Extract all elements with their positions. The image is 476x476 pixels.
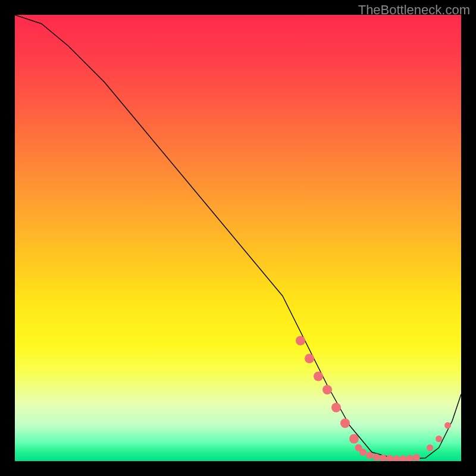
bottleneck-curve bbox=[15, 15, 461, 459]
attribution-text: TheBottleneck.com bbox=[358, 2, 470, 18]
marker-bottom-10 bbox=[413, 454, 420, 461]
marker-bottom-7 bbox=[393, 455, 400, 461]
marker-bottom-9 bbox=[406, 455, 414, 462]
marker-right-ascent-3 bbox=[444, 422, 451, 429]
chart-plot-area bbox=[15, 15, 461, 461]
curve-markers bbox=[296, 336, 451, 462]
marker-right-ascent-2 bbox=[436, 436, 442, 442]
marker-thick-left-5 bbox=[331, 403, 341, 412]
marker-bottom-4 bbox=[373, 453, 380, 461]
marker-bottom-8 bbox=[400, 455, 407, 461]
marker-thick-left-start bbox=[296, 336, 305, 346]
marker-thick-left-2 bbox=[305, 354, 314, 364]
marker-right-ascent-1 bbox=[427, 444, 433, 451]
marker-thick-left-6 bbox=[340, 418, 350, 428]
marker-bottom-3 bbox=[366, 452, 373, 459]
marker-bottom-2 bbox=[359, 449, 367, 456]
marker-thick-left-4 bbox=[322, 385, 332, 394]
marker-thick-left-7 bbox=[349, 434, 359, 444]
marker-thick-left-3 bbox=[314, 372, 323, 381]
chart-svg bbox=[15, 15, 461, 461]
marker-bottom-6 bbox=[386, 455, 393, 462]
marker-bottom-5 bbox=[380, 455, 387, 461]
